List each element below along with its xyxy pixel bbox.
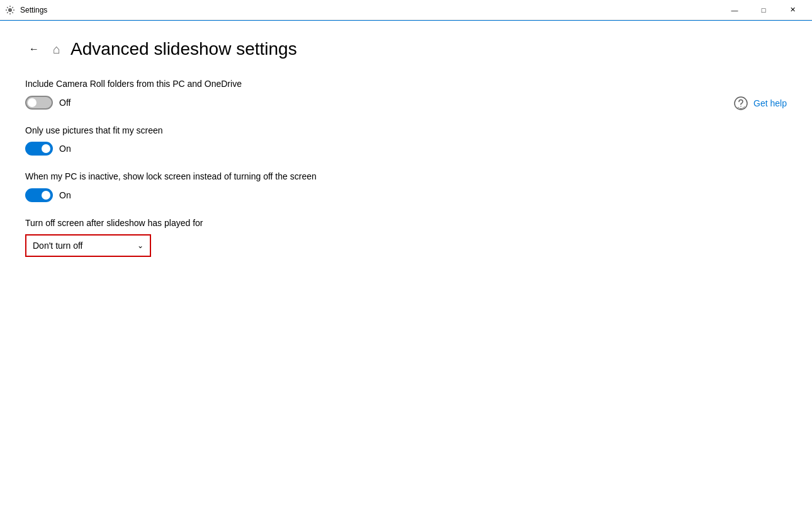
title-bar-text: Settings bbox=[20, 6, 720, 14]
lock-screen-toggle-thumb bbox=[42, 191, 50, 200]
back-icon: ← bbox=[29, 43, 39, 55]
title-bar: Settings — □ ✕ bbox=[0, 0, 812, 20]
fit-screen-toggle-container: On bbox=[25, 142, 787, 156]
home-icon[interactable]: ⌂ bbox=[53, 42, 60, 57]
page-header: ← ⌂ Advanced slideshow settings bbox=[25, 39, 787, 59]
maximize-button[interactable]: □ bbox=[749, 0, 778, 20]
get-help-icon bbox=[733, 96, 748, 111]
svg-point-1 bbox=[735, 97, 747, 110]
camera-roll-toggle-thumb bbox=[28, 98, 37, 107]
main-panel: ← ⌂ Advanced slideshow settings Include … bbox=[0, 20, 812, 517]
title-bar-controls: — □ ✕ bbox=[720, 0, 807, 20]
settings-app-icon bbox=[5, 5, 15, 15]
lock-screen-state-label: On bbox=[59, 190, 71, 200]
fit-screen-label: Only use pictures that fit my screen bbox=[25, 125, 787, 137]
svg-point-2 bbox=[740, 106, 742, 107]
svg-point-0 bbox=[8, 8, 12, 12]
camera-roll-label: Include Camera Roll folders from this PC… bbox=[25, 78, 787, 91]
dropdown-selected-value: Don't turn off bbox=[33, 241, 82, 251]
lock-screen-toggle[interactable] bbox=[25, 188, 53, 202]
camera-roll-state-label: Off bbox=[59, 98, 70, 108]
help-panel[interactable]: Get help bbox=[733, 96, 787, 111]
help-icon bbox=[733, 96, 748, 111]
turn-off-screen-dropdown-container: Don't turn off ⌄ bbox=[25, 234, 787, 257]
lock-screen-setting: When my PC is inactive, show lock screen… bbox=[25, 171, 787, 202]
lock-screen-label: When my PC is inactive, show lock screen… bbox=[25, 171, 787, 183]
dropdown-arrow-icon: ⌄ bbox=[137, 241, 144, 250]
camera-roll-toggle-container: Off bbox=[25, 96, 787, 110]
back-button[interactable]: ← bbox=[25, 40, 43, 58]
page-title: Advanced slideshow settings bbox=[70, 39, 297, 59]
fit-screen-toggle[interactable] bbox=[25, 142, 53, 156]
get-help-link[interactable]: Get help bbox=[753, 98, 787, 108]
camera-roll-toggle[interactable] bbox=[25, 96, 53, 110]
close-button[interactable]: ✕ bbox=[778, 0, 807, 20]
content-area: ← ⌂ Advanced slideshow settings Include … bbox=[0, 20, 812, 517]
fit-screen-state-label: On bbox=[59, 144, 71, 154]
lock-screen-toggle-container: On bbox=[25, 188, 787, 202]
turn-off-screen-setting: Turn off screen after slideshow has play… bbox=[25, 217, 787, 258]
fit-screen-setting: Only use pictures that fit my screen On bbox=[25, 125, 787, 156]
turn-off-screen-dropdown[interactable]: Don't turn off ⌄ bbox=[25, 234, 151, 257]
camera-roll-setting: Include Camera Roll folders from this PC… bbox=[25, 78, 787, 110]
minimize-button[interactable]: — bbox=[720, 0, 749, 20]
turn-off-screen-label: Turn off screen after slideshow has play… bbox=[25, 217, 787, 230]
